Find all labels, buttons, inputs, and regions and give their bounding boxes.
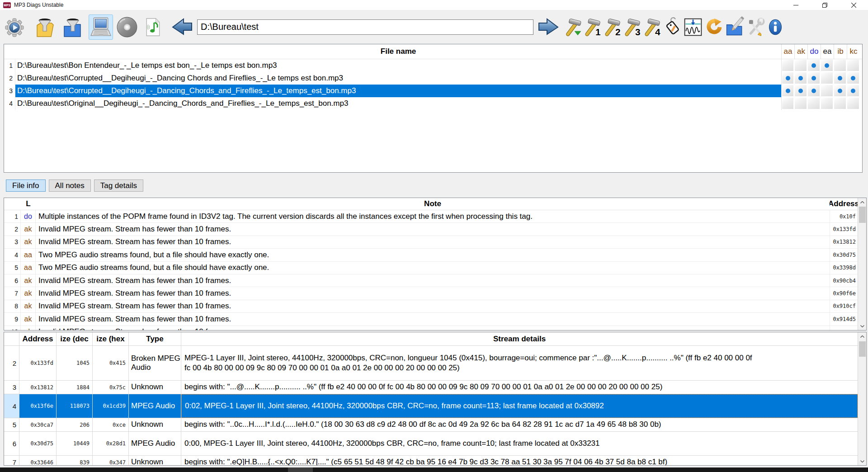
note-dot-cell [807, 85, 821, 97]
forward-arrow-icon [537, 17, 561, 38]
note-address: 0x914d5 [830, 313, 858, 325]
stream-row[interactable]: 70x336468390x347Unknownbegins with: ".eQ… [4, 456, 866, 466]
note-dot-cell [834, 97, 847, 110]
note-dot [798, 76, 803, 80]
stream-size-hex-header[interactable]: ize (hex [93, 332, 129, 345]
note-row[interactable]: 10akInvalid MPEG stream. Stream has fewe… [4, 326, 866, 330]
stream-scroll-down-icon[interactable] [858, 457, 866, 465]
file-row[interactable]: 1D:\Bureau\test\Bon Entendeur_-_Le temps… [4, 59, 862, 72]
stream-row[interactable]: 60x30d75104490x28d1MPEG Audio0:00, MPEG-… [4, 432, 866, 456]
note-dot-cell [847, 85, 860, 97]
normalize-button[interactable] [683, 14, 703, 40]
note-kind-column-header[interactable]: aa [781, 44, 794, 59]
previous-folder-button[interactable] [169, 14, 194, 40]
stream-size-dec: 1884 [57, 381, 93, 394]
stream-scroll-thumb[interactable] [859, 341, 866, 357]
restore-button[interactable] [810, 0, 839, 10]
stream-row[interactable]: 20x133fd10450x415Broken MPEG AudioMPEG-1… [4, 346, 866, 381]
note-row[interactable]: 9akInvalid MPEG stream. Stream has fewer… [4, 313, 866, 326]
next-folder-button[interactable] [536, 14, 561, 40]
notes-address-header[interactable]: Address [830, 198, 858, 210]
tab-tag-details[interactable]: Tag details [94, 179, 143, 192]
custom-transform-1-button[interactable]: 1 [583, 14, 603, 40]
stream-details-header[interactable]: Stream details [181, 332, 858, 345]
file-row[interactable]: 2D:\Bureau\test\Corrupted__Degiheugi_-_D… [4, 72, 862, 85]
stream-row[interactable]: 40x13f6e1180730x1cd39MPEG Audio0:02, MPE… [4, 394, 866, 418]
note-label: aa [21, 249, 36, 261]
bottom-scrollbar[interactable] [0, 467, 868, 472]
music-note-file-icon [143, 16, 163, 38]
notes-label-header[interactable]: L [21, 198, 36, 210]
note-text: Invalid MPEG stream. Stream has fewer th… [36, 274, 830, 287]
filter-folders-button[interactable] [33, 14, 56, 40]
notes-scroll-thumb[interactable] [859, 207, 866, 223]
close-button[interactable] [839, 0, 868, 10]
stream-type: Unknown [129, 418, 181, 431]
file-path-cell[interactable]: D:\Bureau\test\Original__Degiheugi_-_Dan… [15, 97, 781, 110]
stream-type-header[interactable]: Type [129, 332, 181, 345]
stream-size-dec-header[interactable]: ize (dec [57, 332, 93, 345]
note-row[interactable]: 8akInvalid MPEG stream. Stream has fewer… [4, 300, 866, 313]
stream-scroll-up-icon[interactable] [858, 332, 866, 340]
note-kind-column-header[interactable]: kc [847, 44, 860, 59]
custom-transform-2-button[interactable]: 2 [603, 14, 623, 40]
note-row[interactable]: 5aaTwo MPEG audio streams found, but a f… [4, 262, 866, 274]
cd-button[interactable] [115, 14, 139, 40]
bottom-scroll-thumb[interactable] [288, 467, 313, 472]
about-button[interactable] [766, 14, 785, 40]
apply-transforms-button[interactable] [563, 14, 583, 40]
stream-type: Broken MPEG Audio [129, 346, 181, 380]
stream-scrollbar[interactable] [858, 332, 866, 465]
stream-row[interactable]: 50x30ca72060xceUnknownbegins with: "..0c… [4, 418, 866, 432]
note-row[interactable]: 7akInvalid MPEG stream. Stream has fewer… [4, 287, 866, 300]
stream-details: begins with: "..0c...H.....I*.l.d.(.....… [181, 418, 858, 431]
file-path-cell[interactable]: D:\Bureau\test\Corrupted__Degiheugi_-_Da… [15, 85, 781, 97]
undo-button[interactable] [703, 14, 724, 40]
stream-address-header[interactable]: Address [19, 332, 57, 345]
note-kind-column-header[interactable]: ea [821, 44, 834, 59]
notes-note-header[interactable]: Note [36, 198, 830, 210]
file-row-number: 4 [4, 97, 15, 110]
minimize-button[interactable] [781, 0, 810, 10]
rename-files-button[interactable] [724, 14, 745, 40]
note-kind-column-header[interactable]: ak [794, 44, 807, 59]
tools-button[interactable] [745, 14, 766, 40]
song-file-button[interactable] [142, 14, 164, 40]
stream-row[interactable]: 30x1381218840x75cUnknownbegins with: "..… [4, 381, 866, 394]
tab-all-notes[interactable]: All notes [49, 179, 91, 192]
custom-transform-3-button[interactable]: 3 [623, 14, 643, 40]
stream-details: begins with: ".eQ]H.B.....{..<x.Q0:....K… [181, 456, 858, 466]
note-row[interactable]: 6akInvalid MPEG stream. Stream has fewer… [4, 274, 866, 287]
custom-transform-4-button[interactable]: 4 [643, 14, 663, 40]
note-dot [811, 76, 816, 80]
file-path-cell[interactable]: D:\Bureau\test\Bon Entendeur_-_Le temps … [15, 59, 781, 72]
note-label: ak [21, 236, 36, 248]
note-row-number: 2 [4, 223, 21, 235]
note-dot [838, 76, 842, 80]
tab-file-info[interactable]: File info [6, 179, 46, 192]
note-label: do [21, 210, 36, 222]
note-row[interactable]: 3akInvalid MPEG stream. Stream has fewer… [4, 236, 866, 249]
directory-path-input[interactable] [197, 19, 533, 35]
note-kind-column-header[interactable]: ib [834, 44, 847, 59]
filter-notes-button[interactable] [61, 14, 84, 40]
file-row[interactable]: 4D:\Bureau\test\Original__Degiheugi_-_Da… [4, 97, 862, 110]
stream-table-header: Address ize (dec ize (hex Type Stream de… [4, 332, 866, 346]
notes-scroll-up-icon[interactable] [858, 198, 866, 206]
note-kind-column-header[interactable]: do [807, 44, 821, 59]
note-row[interactable]: 4aaTwo MPEG audio streams found, but a f… [4, 249, 866, 261]
notes-scrollbar[interactable] [858, 198, 866, 330]
note-row[interactable]: 1doMultiple instances of the POPM frame … [4, 210, 866, 223]
app-icon: MP3 [3, 2, 11, 8]
file-row[interactable]: 3D:\Bureau\test\Corrupted__Degiheugi_-_D… [4, 85, 862, 97]
notes-scroll-down-icon[interactable] [858, 322, 866, 330]
tag-editor-button[interactable] [663, 14, 683, 40]
settings-button[interactable] [3, 14, 26, 40]
file-name-column-header[interactable]: File name [15, 44, 781, 59]
note-row[interactable]: 2akInvalid MPEG stream. Stream has fewer… [4, 223, 866, 236]
note-text: Invalid MPEG stream. Stream has fewer th… [36, 326, 830, 330]
note-dot [825, 63, 829, 68]
file-path-cell[interactable]: D:\Bureau\test\Corrupted__Degiheugi_-_Da… [15, 72, 781, 85]
note-row-number: 10 [4, 326, 21, 330]
scan-computer-button[interactable] [89, 14, 113, 40]
